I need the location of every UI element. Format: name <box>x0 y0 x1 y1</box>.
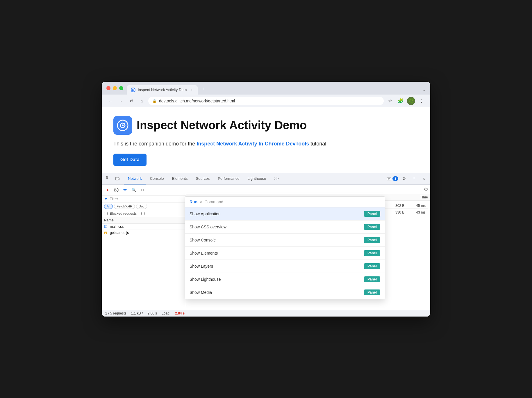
tabs-bar: Inspect Network Activity Dem × + ⌄ <box>127 85 426 95</box>
minimize-button[interactable] <box>113 86 117 90</box>
settings-icon[interactable]: ⚙ <box>424 186 428 192</box>
blocked-row: Blocked requests <box>102 210 186 217</box>
devtools-settings-button[interactable]: ⚙ <box>400 175 408 183</box>
forward-button[interactable]: → <box>117 97 125 105</box>
tab-expand-button[interactable]: ⌄ <box>422 88 426 92</box>
filter-label: Filter <box>110 197 118 201</box>
devtools-panel: Network Console Elements Sources Perform… <box>102 173 430 317</box>
list-item[interactable]: Show Layers Panel <box>185 260 385 273</box>
panel-badge: Panel <box>364 276 380 282</box>
run-label: Run <box>190 200 197 204</box>
third-party-checkbox[interactable] <box>141 212 145 215</box>
extensions-button[interactable]: 🧩 <box>397 97 405 105</box>
tab-more[interactable]: >> <box>270 173 283 184</box>
messages-button[interactable]: 1 <box>387 176 398 181</box>
tab-network[interactable]: Network <box>124 173 146 184</box>
traffic-lights <box>106 86 123 94</box>
svg-rect-9 <box>387 177 391 180</box>
command-input-row: Run > Command <box>185 197 385 207</box>
command-label: Show Media <box>190 290 212 295</box>
chip-doc[interactable]: Doc <box>136 204 147 209</box>
security-icon: 🔒 <box>152 99 157 103</box>
network-rows: ☑ main.css ⊠ getstarted.js <box>102 224 186 310</box>
svg-point-4 <box>122 125 124 126</box>
svg-line-11 <box>115 189 117 191</box>
panel-badge: Panel <box>364 263 380 269</box>
devtools-tabs: Network Console Elements Sources Perform… <box>124 173 385 184</box>
reload-button[interactable]: ↺ <box>127 97 135 105</box>
command-label: Show Console <box>190 238 216 242</box>
new-tab-button[interactable]: + <box>199 85 207 93</box>
table-row[interactable]: ⊠ getstarted.js <box>102 230 186 236</box>
more-button[interactable]: ⋮ <box>417 97 426 105</box>
panel-badge: Panel <box>364 289 380 295</box>
command-list: Show Application Panel Show CSS overview… <box>185 207 385 299</box>
svg-rect-7 <box>116 177 118 180</box>
transfer-size: 1.1 kB / <box>131 311 143 315</box>
filter-button[interactable] <box>122 186 128 193</box>
devtools-more-button[interactable]: ⋮ <box>410 175 418 183</box>
panel-badge: Panel <box>364 211 380 217</box>
requests-count: 2 / 5 requests <box>105 311 126 315</box>
list-item[interactable]: Show Elements Panel <box>185 247 385 260</box>
page-description: This is the companion demo for the Inspe… <box>113 140 419 148</box>
command-placeholder[interactable]: Command <box>204 200 223 204</box>
name-col-header: Name <box>104 218 114 222</box>
tab-elements[interactable]: Elements <box>168 173 192 184</box>
blocked-requests-checkbox[interactable] <box>104 212 108 215</box>
tab-close-button[interactable]: × <box>189 88 194 92</box>
messages-badge: 1 <box>392 176 398 181</box>
command-label: Show CSS overview <box>190 225 226 229</box>
command-label: Show Lighthouse <box>190 277 221 282</box>
tab-console[interactable]: Console <box>146 173 168 184</box>
tab-performance[interactable]: Performance <box>214 173 243 184</box>
svg-rect-6 <box>106 177 108 178</box>
active-tab[interactable]: Inspect Network Activity Dem × <box>127 85 198 95</box>
devtools-close-button[interactable]: × <box>420 175 428 183</box>
search-button[interactable]: 🔍 <box>130 186 137 193</box>
command-label: Show Application <box>190 212 221 216</box>
list-item[interactable]: Show Lighthouse Panel <box>185 273 385 286</box>
list-item[interactable]: Show Application Panel <box>185 207 385 221</box>
address-input-container[interactable]: 🔒 devtools.glitch.me/network/getstarted.… <box>148 97 384 105</box>
table-row[interactable]: ☑ main.css <box>102 224 186 230</box>
inspect-element-button[interactable] <box>104 175 112 183</box>
file-name: getstarted.js <box>110 231 129 235</box>
chip-all[interactable]: All <box>104 204 113 209</box>
back-button[interactable]: ← <box>106 97 115 105</box>
load-time: 2.84 s <box>175 311 185 315</box>
chip-fetch-xhr[interactable]: Fetch/XHR <box>114 204 135 209</box>
bookmark-button[interactable]: ☆ <box>386 97 394 105</box>
list-item[interactable]: Show Media Panel <box>185 286 385 299</box>
profile-avatar[interactable]: 🌿 <box>407 97 415 105</box>
file-size-2: 330 B <box>395 210 404 214</box>
tab-lighthouse[interactable]: Lighthouse <box>244 173 270 184</box>
tutorial-link[interactable]: Inspect Network Activity In Chrome DevTo… <box>197 141 310 147</box>
panel-badge: Panel <box>364 224 380 230</box>
desc-prefix: This is the companion demo for the <box>113 141 197 147</box>
time-col-header: Time <box>420 195 428 199</box>
address-bar: ← → ↺ ⌂ 🔒 devtools.glitch.me/network/get… <box>102 95 430 107</box>
record-button[interactable]: ● <box>104 186 111 193</box>
network-right-toolbar: ⚙ <box>186 185 430 194</box>
chevron-icon: > <box>200 200 202 204</box>
list-item[interactable]: Show Console Panel <box>185 234 385 247</box>
svg-rect-8 <box>118 178 119 180</box>
command-label: Show Elements <box>190 251 218 255</box>
maximize-button[interactable] <box>119 86 123 90</box>
command-menu: Run > Command Show Application Panel Sho… <box>185 196 385 299</box>
page-logo <box>113 116 132 135</box>
panel-badge: Panel <box>364 250 380 256</box>
get-data-button[interactable]: Get Data <box>113 154 147 166</box>
device-toolbar-button[interactable] <box>113 175 122 183</box>
page-title: Inspect Network Activity Demo <box>137 119 307 132</box>
home-button[interactable]: ⌂ <box>138 97 146 105</box>
clear-button[interactable] <box>113 186 120 193</box>
close-button[interactable] <box>106 86 110 90</box>
list-item[interactable]: Show CSS overview Panel <box>185 221 385 234</box>
desc-suffix: tutorial. <box>310 141 328 147</box>
devtools-body: ● 🔍 □ <box>102 185 430 310</box>
preserve-log-checkbox[interactable]: □ <box>139 186 146 193</box>
url-text[interactable]: devtools.glitch.me/network/getstarted.ht… <box>159 99 380 103</box>
tab-sources[interactable]: Sources <box>192 173 214 184</box>
